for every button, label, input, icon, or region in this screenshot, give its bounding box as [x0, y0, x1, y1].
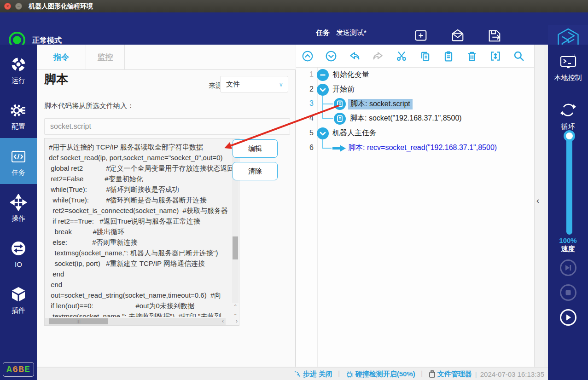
loop-button[interactable]: 循环 [548, 101, 588, 131]
tree-node-label: 脚本: socket.script [348, 99, 413, 109]
sidebar-item-operate[interactable]: 操作 [0, 184, 37, 230]
script-filename-field[interactable]: socket.script [44, 118, 290, 135]
line-number: 1 [296, 70, 314, 79]
tree-row[interactable]: 5 机器人主任务 [296, 126, 526, 141]
right-sidebar: 本地控制 循环 100% 速度 [548, 45, 588, 380]
tab-row: 指令 监控 [37, 45, 296, 70]
paste-button[interactable] [442, 50, 455, 63]
vertical-scroll-arrows[interactable]: ⌃⌄ [232, 302, 239, 318]
vertical-scrollbar-handle[interactable] [233, 236, 238, 259]
local-control-label: 本地控制 [548, 74, 588, 82]
task-row: 任务发送测试* [316, 29, 367, 37]
speed-percent: 100% [548, 236, 588, 244]
undo-icon [349, 50, 361, 62]
code-window-icon [10, 148, 27, 165]
play-icon [565, 314, 572, 321]
sidebar-item-run[interactable]: 运行 [0, 46, 37, 92]
move-up-button[interactable] [301, 50, 314, 63]
scroll-right-icon[interactable]: › [236, 318, 238, 324]
sidebar-item-label: 操作 [0, 214, 37, 223]
cube-icon [10, 286, 27, 303]
status-timestamp: 2024-07-03 16:13:35 [480, 370, 544, 378]
speed-slider-handle[interactable] [564, 130, 575, 142]
delete-button[interactable] [466, 50, 478, 63]
edit-button[interactable]: 编辑 [233, 139, 278, 158]
collapse-panel-handle[interactable]: ‹ [536, 196, 543, 207]
status-separator: 丨 [419, 370, 425, 379]
scroll-left-icon[interactable]: ‹ [222, 318, 224, 324]
redo-button[interactable] [372, 50, 384, 63]
stop-button[interactable] [560, 284, 576, 301]
file-manager-button[interactable]: 文件管理器 [429, 370, 472, 379]
expand-node-icon[interactable] [317, 84, 329, 96]
left-sidebar: 运行 配置 任务 [0, 45, 37, 380]
circle-down-icon [325, 50, 337, 62]
line-number: 5 [296, 129, 314, 137]
copy-icon [419, 50, 431, 62]
tree-row[interactable]: 1 初始化变量 [296, 68, 526, 82]
window-close-icon[interactable]: × [4, 3, 11, 10]
loop-icon [559, 101, 577, 119]
horizontal-scrollbar-handle[interactable]: ||| [49, 318, 108, 324]
replace-button[interactable] [489, 50, 502, 63]
speed-slider-track[interactable] [566, 136, 572, 235]
init-vars-icon [317, 69, 329, 81]
horizontal-scrollbar[interactable]: ||| [45, 318, 226, 325]
search-icon [513, 50, 525, 62]
tree-node-label: 机器人主任务 [332, 128, 377, 138]
sidebar-item-label: 插件 [0, 306, 37, 315]
device-badge: A6BE [3, 362, 34, 377]
move-arrows-icon [10, 194, 27, 211]
io-swap-icon [10, 240, 27, 257]
code-viewport: #用于从连接的 TCP/IP 服务器读取全部字符串数据 def socket_r… [45, 138, 232, 317]
tree-toolbar [296, 45, 544, 68]
step-next-button[interactable] [560, 259, 576, 276]
mode-label: 正常模式 [32, 36, 62, 46]
source-select[interactable]: 文件 ∨ [220, 76, 288, 92]
play-button[interactable] [560, 309, 576, 326]
search-button[interactable] [512, 50, 525, 63]
step-mode-status[interactable]: 步进 关闭 [294, 370, 332, 379]
copy-button[interactable] [419, 50, 431, 63]
scroll-down-icon[interactable]: ⌄ [233, 311, 237, 317]
move-down-button[interactable] [325, 50, 338, 63]
window-minimize-icon[interactable]: − [15, 3, 22, 10]
status-bar: 步进 关闭 丨 碰撞检测开启(50%) 丨 文件管理器 | 2024-07-03… [37, 368, 548, 380]
script-note: 脚本代码将从所选文件纳入： [44, 102, 134, 110]
tab-monitor[interactable]: 监控 [86, 45, 125, 70]
run-target-icon [10, 56, 27, 73]
tab-instruction[interactable]: 指令 [37, 45, 86, 70]
local-control-button[interactable]: 本地控制 [548, 54, 588, 82]
sidebar-item-task[interactable]: 任务 [0, 138, 37, 184]
tree-row[interactable]: 6 脚本: recv=socket_read("192.168.37.1",85… [296, 141, 526, 155]
clear-button[interactable]: 清除 [233, 162, 278, 180]
sidebar-item-io[interactable]: IO [0, 230, 37, 276]
sidebar-item-label: IO [0, 260, 37, 268]
window-title: 机器人图形化编程环境 [29, 2, 93, 11]
status-separator: | [475, 370, 477, 378]
horizontal-scroll-arrows[interactable]: ‹› [222, 318, 238, 324]
cut-button[interactable] [395, 50, 408, 63]
tree-row[interactable]: 2 开始前 [296, 82, 526, 97]
title-bar: × − 机器人图形化编程环境 [0, 0, 588, 12]
expand-node-icon[interactable] [317, 127, 329, 139]
tree-row-selected[interactable]: 3 脚本: socket.script [296, 97, 526, 111]
tree-node-label: 开始前 [332, 85, 355, 94]
tree-node-label: 脚本: recv=socket_read("192.168.37.1",8500… [348, 143, 497, 153]
line-number: 4 [296, 114, 314, 122]
file-manager-icon [429, 370, 436, 378]
sidebar-item-plugin[interactable]: 插件 [0, 276, 37, 322]
collision-detection-status[interactable]: 碰撞检测开启(50%) [346, 370, 415, 379]
tree-row[interactable]: 4 脚本: socket("192.168.37.1",8500) [296, 111, 526, 126]
stop-icon [565, 289, 571, 296]
clipboard-icon [442, 50, 454, 62]
scroll-up-icon[interactable]: ⌃ [233, 304, 237, 310]
terminal-icon [559, 54, 577, 70]
program-tree-panel: 1 初始化变量 2 开始前 3 脚本: socket.script 4 [296, 45, 544, 367]
undo-button[interactable] [348, 50, 361, 63]
tree-node-label: 脚本: socket("192.168.37.1",8500) [350, 114, 462, 123]
app-window: × − 机器人图形化编程环境 正常模式 任务发送测试* 配置default 新建… [0, 0, 588, 380]
scissors-icon [396, 50, 408, 62]
sidebar-item-config[interactable]: 配置 [0, 92, 37, 138]
circle-up-icon [302, 50, 314, 62]
